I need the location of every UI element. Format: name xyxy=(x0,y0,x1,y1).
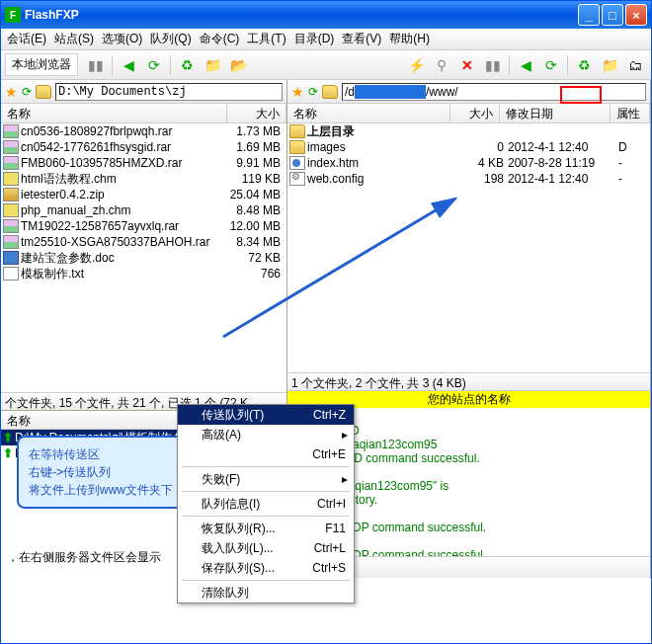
context-menu-item[interactable]: 传送队列(T)Ctrl+Z xyxy=(178,405,354,425)
favorite2-icon[interactable]: ★ xyxy=(291,84,304,100)
menu-queue[interactable]: 队列(Q) xyxy=(150,31,191,47)
file-size: 0 xyxy=(448,140,508,154)
file-row[interactable]: 模板制作.txt766 xyxy=(1,266,286,282)
file-name: TM19022-12587657ayvxlq.rar xyxy=(21,219,225,233)
parent-dir-row[interactable]: 上层目录 xyxy=(287,123,650,139)
col-size[interactable]: 大小 xyxy=(227,104,286,122)
context-menu-item[interactable]: 载入队列(L)...Ctrl+L xyxy=(178,538,354,558)
file-row[interactable]: 建站宝盒参数.doc72 KB xyxy=(1,250,286,266)
file-size: 198 xyxy=(448,172,508,186)
minimize-button[interactable]: _ xyxy=(578,4,600,26)
rcol-attr[interactable]: 属性 xyxy=(611,104,650,122)
file-name: php_manual_zh.chm xyxy=(21,203,225,217)
file-name: tm25510-XSGA8750337BAHOH.rar xyxy=(21,235,225,249)
folder2-icon[interactable] xyxy=(322,85,338,99)
maximize-button[interactable]: □ xyxy=(602,4,623,26)
file-row[interactable]: TM19022-12587657ayvxlq.rar12.00 MB xyxy=(1,218,286,234)
file-row[interactable]: cn0542-1776261fhsysgid.rar1.69 MB xyxy=(1,139,286,155)
remote-status: 1 个文件夹, 2 个文件, 共 3 (4 KB) xyxy=(287,372,650,390)
remote-path-input[interactable]: /d/www/ xyxy=(342,83,646,101)
lightning-icon[interactable]: ⚡ xyxy=(404,53,428,77)
refresh-icon[interactable]: ⟳ xyxy=(142,53,166,77)
refresh3-icon[interactable]: ⟳ xyxy=(22,85,32,99)
nav-back2-icon[interactable]: ◀ xyxy=(514,53,537,77)
context-menu-item[interactable]: Ctrl+E xyxy=(178,444,354,464)
file-icon xyxy=(289,140,305,154)
upload-arrow-icon: ⬆ xyxy=(3,431,13,444)
local-path-input[interactable]: D:\My Documents\zj xyxy=(55,83,283,101)
menu-tools[interactable]: 工具(T) xyxy=(247,31,285,47)
cancel-icon[interactable]: ✕ xyxy=(455,53,479,77)
file-row[interactable]: cn0536-1808927fbrlpwqh.rar1.73 MB xyxy=(1,123,286,139)
folder-icon[interactable] xyxy=(36,85,51,99)
context-menu-item[interactable]: 失败(F)▸ xyxy=(178,469,354,489)
file-icon xyxy=(3,235,19,249)
favorite-icon[interactable]: ★ xyxy=(5,84,18,100)
upload-arrow-icon: ⬆ xyxy=(3,446,13,460)
rcol-size[interactable]: 大小 xyxy=(450,104,500,122)
file-icon xyxy=(3,188,19,201)
file-size: 12.00 MB xyxy=(225,219,285,233)
menu-help[interactable]: 帮助(H) xyxy=(389,31,430,47)
menu-directory[interactable]: 目录(D) xyxy=(294,31,335,47)
menu-item-label: 传送队列(T) xyxy=(202,407,264,424)
local-file-list[interactable]: cn0536-1808927fbrlpwqh.rar1.73 MBcn0542-… xyxy=(1,123,286,392)
file-size: 119 KB xyxy=(225,172,285,186)
pause-icon[interactable]: ▮▮ xyxy=(84,53,108,77)
sync2-icon[interactable]: ♻ xyxy=(572,53,596,77)
titlebar-text: FlashFXP xyxy=(25,8,576,22)
pause2-icon[interactable]: ▮▮ xyxy=(481,53,505,77)
folder-up-icon[interactable]: 📁 xyxy=(201,53,224,77)
context-menu-item[interactable]: 恢复队列(R)...F11 xyxy=(178,519,354,538)
remote-list-header: 名称 大小 修改日期 属性 xyxy=(287,104,650,123)
file-row[interactable]: index.htm4 KB 2007-8-28 11:19- xyxy=(287,155,650,171)
file-row[interactable]: php_manual_zh.chm8.48 MB xyxy=(1,202,286,218)
local-list-header: 名称 大小 xyxy=(1,104,286,123)
close-button[interactable]: × xyxy=(625,4,647,26)
menu-commands[interactable]: 命令(C) xyxy=(200,31,240,47)
menu-item-label: 保存队列(S)... xyxy=(202,560,275,577)
context-menu-item[interactable]: 清除队列 xyxy=(178,583,354,603)
folder2-icon[interactable]: 📁 xyxy=(598,53,621,77)
app-window: F FlashFXP _ □ × 会话(E) 站点(S) 选项(O) 队列(Q)… xyxy=(0,0,652,644)
file-row[interactable]: images0 2012-4-1 12:40D xyxy=(287,139,650,155)
remote-file-list[interactable]: 上层目录images0 2012-4-1 12:40Dindex.htm4 KB… xyxy=(287,123,650,372)
up-folder-icon xyxy=(289,124,305,138)
col-name[interactable]: 名称 xyxy=(1,104,227,122)
disconnect-icon[interactable]: ⚲ xyxy=(430,53,453,77)
file-row[interactable]: FMB060-10395785HMZXD.rar9.91 MB xyxy=(1,155,286,171)
file-icon xyxy=(3,140,19,154)
file-row[interactable]: html语法教程.chm119 KB xyxy=(1,171,286,187)
file-size: 72 KB xyxy=(225,251,285,265)
menu-options[interactable]: 选项(O) xyxy=(102,31,142,47)
nav-back-icon[interactable]: ◀ xyxy=(117,53,140,77)
menu-session[interactable]: 会话(E) xyxy=(7,31,46,47)
file-size: 9.91 MB xyxy=(225,156,285,170)
sync-icon[interactable]: ♻ xyxy=(175,53,199,77)
context-menu-item[interactable]: 保存队列(S)...Ctrl+S xyxy=(178,558,354,578)
explorer-icon[interactable]: 📂 xyxy=(226,53,250,77)
menu-item-shortcut: Ctrl+E xyxy=(312,447,346,461)
context-menu: 传送队列(T)Ctrl+Z高级(A)▸Ctrl+E失败(F)▸队列信息(I)Ct… xyxy=(177,404,355,604)
submenu-arrow-icon: ▸ xyxy=(342,428,348,442)
menu-item-shortcut: Ctrl+I xyxy=(317,497,346,511)
file-row[interactable]: ietester0.4.2.zip25.04 MB xyxy=(1,187,286,202)
filter-icon[interactable]: 🗂 xyxy=(623,53,647,77)
file-size: 8.48 MB xyxy=(225,203,285,217)
context-menu-item[interactable]: 队列信息(I)Ctrl+I xyxy=(178,494,354,514)
file-row[interactable]: web.config198 2012-4-1 12:40- xyxy=(287,171,650,187)
menu-sites[interactable]: 站点(S) xyxy=(54,31,94,47)
refresh4-icon[interactable]: ⟳ xyxy=(308,85,318,99)
local-browser-label[interactable]: 本地浏览器 xyxy=(5,53,78,76)
file-size: 1.73 MB xyxy=(225,124,285,138)
menu-view[interactable]: 查看(V) xyxy=(342,31,381,47)
file-row[interactable]: tm25510-XSGA8750337BAHOH.rar8.34 MB xyxy=(1,234,286,250)
file-name: index.htm xyxy=(307,156,448,170)
rcol-name[interactable]: 名称 xyxy=(287,104,450,122)
context-menu-item[interactable]: 高级(A)▸ xyxy=(178,425,354,444)
refresh2-icon[interactable]: ⟳ xyxy=(539,53,563,77)
rcol-date[interactable]: 修改日期 xyxy=(500,104,611,122)
file-size: 1.69 MB xyxy=(225,140,285,154)
file-date: 2007-8-28 11:19 xyxy=(508,156,618,170)
menu-item-shortcut: Ctrl+L xyxy=(314,541,346,555)
